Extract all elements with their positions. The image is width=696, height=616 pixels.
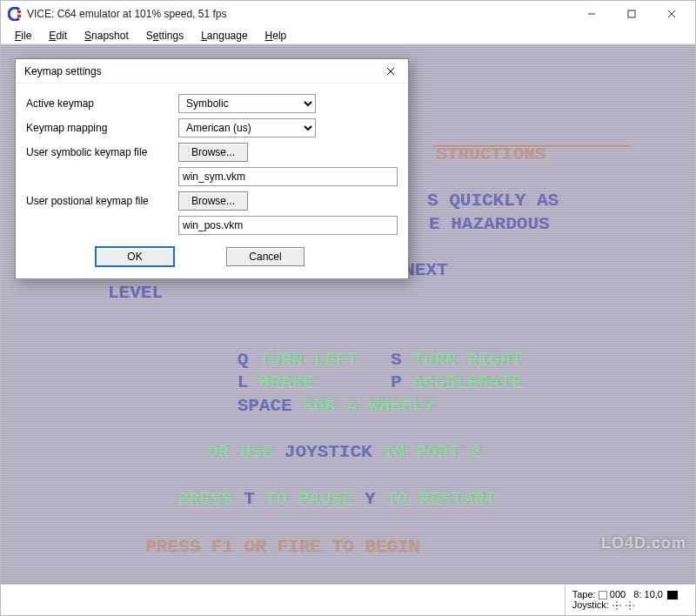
svg-rect-3 [628, 10, 635, 17]
menu-language[interactable]: Language [192, 29, 256, 43]
svg-point-11 [629, 605, 631, 606]
maximize-button[interactable] [612, 2, 652, 26]
c64-line: LEVEL [108, 283, 163, 303]
c64-line: E HAZARDOUS [429, 214, 550, 234]
svg-point-8 [619, 605, 621, 606]
dialog-body: Active keymap Symbolic Keymap mapping Am… [16, 84, 408, 278]
label-user-positional-file: User postional keymap file [26, 195, 178, 207]
c64-line: STRUCTIONS [436, 144, 545, 164]
keymap-settings-dialog: Keymap settings Active keymap Symbolic K… [15, 58, 409, 279]
minimize-button[interactable] [572, 2, 612, 26]
status-tape-value: 000 [610, 589, 626, 599]
status-drive-value: 8: 10,0 [633, 589, 663, 599]
svg-rect-0 [17, 10, 21, 13]
drive-led-icon [667, 591, 678, 599]
cancel-button[interactable]: Cancel [226, 247, 304, 266]
label-keymap-mapping: Keymap mapping [26, 122, 178, 134]
title-bar: VICE: C64 emulator at 101% speed, 51 fps [1, 1, 695, 27]
status-tape-label: Tape: [572, 589, 596, 599]
c64-line: PRESS F1 OR FIRE TO BEGIN [145, 537, 419, 557]
label-user-symbolic-file: User symbolic keymap file [26, 146, 178, 158]
watermark: LO4D.com [601, 534, 686, 552]
tape-stop-icon[interactable] [599, 591, 607, 599]
svg-point-13 [632, 605, 634, 606]
status-bar: Tape: 000 8: 10,0 Joystick: [1, 584, 695, 615]
svg-point-10 [616, 608, 618, 610]
menu-help[interactable]: Help [257, 29, 296, 43]
active-keymap-select[interactable]: Symbolic [178, 94, 316, 113]
c64-line: S QUICKLY AS [427, 191, 559, 211]
positional-browse-button[interactable]: Browse... [178, 191, 248, 211]
close-button[interactable] [652, 2, 692, 26]
c64-line: PRESS T TO PAUSE Y TO RESTART [112, 469, 496, 529]
svg-point-9 [616, 601, 618, 603]
dialog-titlebar[interactable]: Keymap settings [16, 59, 408, 84]
menu-settings[interactable]: Settings [137, 29, 192, 43]
dialog-title: Keymap settings [24, 65, 378, 77]
joystick-icon [625, 600, 635, 611]
keymap-mapping-select[interactable]: American (us) [178, 118, 316, 137]
positional-file-input[interactable] [178, 216, 398, 235]
svg-point-7 [612, 605, 614, 606]
status-joystick-label: Joystick: [572, 599, 609, 610]
label-active-keymap: Active keymap [26, 97, 178, 110]
svg-rect-1 [17, 15, 21, 17]
c64-underline [434, 145, 631, 147]
svg-point-15 [629, 608, 631, 610]
svg-point-6 [616, 605, 618, 606]
svg-point-14 [629, 601, 631, 603]
menu-snapshot[interactable]: Snapshot [76, 29, 137, 43]
window-title: VICE: C64 emulator at 101% speed, 51 fps [27, 8, 572, 20]
app-icon [8, 7, 22, 21]
status-tape: Tape: 000 8: 10,0 Joystick: [565, 585, 686, 615]
menu-edit[interactable]: Edit [40, 29, 76, 43]
ok-button[interactable]: OK [96, 247, 174, 266]
symbolic-file-input[interactable] [178, 167, 398, 186]
menu-file[interactable]: File [6, 29, 40, 43]
menu-bar: File Edit Snapshot Settings Language Hel… [1, 27, 695, 44]
symbolic-browse-button[interactable]: Browse... [178, 143, 248, 162]
svg-point-12 [626, 605, 627, 606]
dialog-close-button[interactable] [378, 62, 403, 81]
joystick-icon [612, 600, 622, 611]
